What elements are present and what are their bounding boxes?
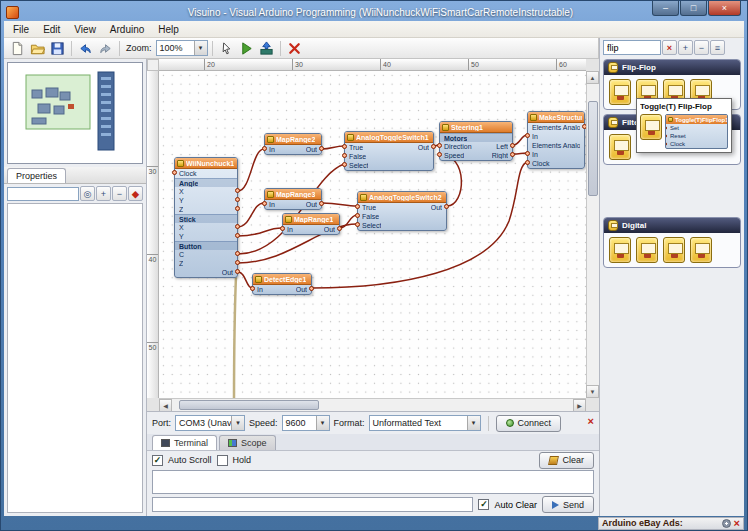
auto-clear-checkbox[interactable]: ✓ — [478, 499, 489, 510]
new-project-button[interactable] — [8, 39, 27, 57]
connect-button[interactable]: Connect — [496, 415, 562, 432]
filter-properties-button[interactable]: ◎ — [80, 186, 95, 201]
output-pin[interactable] — [235, 224, 240, 229]
component-makestructure1[interactable]: MakeStructure1Elements Analog1InElements… — [527, 111, 585, 169]
terminal-output[interactable] — [152, 470, 594, 494]
design-canvas[interactable]: WiiNunchuck1ClockAngleXYZStickXYButtonCZ… — [159, 71, 586, 398]
category-header[interactable]: Digital — [604, 218, 740, 233]
open-project-button[interactable] — [28, 39, 47, 57]
output-pin[interactable] — [309, 286, 314, 291]
hold-checkbox[interactable] — [217, 455, 228, 466]
wire[interactable] — [238, 203, 264, 227]
input-pin[interactable] — [437, 143, 442, 148]
component-header[interactable]: MapRange1 — [283, 214, 339, 225]
redo-button[interactable] — [96, 39, 115, 57]
output-pin[interactable] — [582, 124, 586, 129]
input-pin[interactable] — [355, 213, 360, 218]
ads-settings-icon[interactable] — [722, 519, 731, 528]
component-analogtoggleswitch2[interactable]: AnalogToggleSwitch2TrueOutFalseSelect — [357, 191, 447, 231]
component-header[interactable]: DetectEdge1 — [253, 274, 311, 285]
menu-edit[interactable]: Edit — [36, 23, 67, 36]
component-wiinunchuck1[interactable]: WiiNunchuck1ClockAngleXYZStickXYButtonCZ… — [174, 157, 238, 278]
component-header[interactable]: AnalogToggleSwitch2 — [358, 192, 446, 203]
upload-to-arduino-button[interactable] — [257, 39, 276, 57]
wire[interactable] — [238, 228, 282, 236]
menu-file[interactable]: File — [6, 23, 36, 36]
speed-combobox[interactable]: 9600 ▾ — [282, 415, 330, 431]
input-pin[interactable] — [262, 201, 267, 206]
speed-dropdown-arrow[interactable]: ▾ — [316, 416, 329, 430]
ads-close-icon[interactable]: × — [734, 518, 740, 529]
output-pin[interactable] — [319, 201, 324, 206]
toolbox-search-input[interactable] — [603, 40, 661, 55]
format-combobox[interactable]: Unformatted Text ▾ — [369, 415, 481, 431]
component-header[interactable]: MapRange2 — [265, 134, 321, 145]
properties-grid[interactable] — [7, 203, 143, 513]
flipflop-icon[interactable] — [609, 79, 631, 105]
component-analogtoggleswitch1[interactable]: AnalogToggleSwitch1TrueOutFalseSelect — [344, 131, 434, 171]
port-combobox[interactable]: COM3 (Unav ▾ — [175, 415, 245, 431]
expand-all-categories-button[interactable]: + — [678, 40, 693, 55]
output-pin[interactable] — [235, 260, 240, 265]
delete-component-button[interactable] — [285, 39, 304, 57]
output-pin[interactable] — [235, 251, 240, 256]
menu-help[interactable]: Help — [151, 23, 186, 36]
close-button[interactable]: × — [708, 1, 741, 16]
input-pin[interactable] — [250, 286, 255, 291]
component-steering1[interactable]: Steering1MotorsDirectionLeftSpeedRight — [439, 121, 513, 161]
save-project-button[interactable] — [48, 39, 67, 57]
expand-properties-button[interactable]: + — [96, 186, 111, 201]
input-pin[interactable] — [525, 133, 530, 138]
canvas-vertical-scrollbar[interactable]: ▲ ▼ — [586, 71, 599, 398]
menu-arduino[interactable]: Arduino — [103, 23, 151, 36]
output-pin[interactable] — [235, 197, 240, 202]
port-dropdown-arrow[interactable]: ▾ — [231, 416, 244, 430]
undo-button[interactable] — [76, 39, 95, 57]
clear-button[interactable]: Clear — [539, 452, 594, 469]
scroll-up-arrow[interactable]: ▲ — [586, 71, 599, 84]
input-pin[interactable] — [355, 222, 360, 227]
zoom-dropdown-arrow[interactable]: ▾ — [194, 41, 207, 55]
send-button[interactable]: Send — [542, 496, 594, 513]
diagram-minimap[interactable] — [7, 62, 143, 164]
input-pin[interactable] — [525, 151, 530, 156]
input-pin[interactable] — [342, 144, 347, 149]
format-dropdown-arrow[interactable]: ▾ — [467, 416, 480, 430]
output-pin[interactable] — [337, 226, 342, 231]
output-pin[interactable] — [510, 143, 515, 148]
output-pin[interactable] — [431, 144, 436, 149]
output-pin[interactable] — [510, 152, 515, 157]
output-pin[interactable] — [319, 146, 324, 151]
input-pin[interactable] — [525, 160, 530, 165]
select-tool-button[interactable] — [217, 39, 236, 57]
collapse-properties-button[interactable]: − — [112, 186, 127, 201]
component-header[interactable]: WiiNunchuck1 — [175, 158, 237, 169]
input-pin[interactable] — [280, 226, 285, 231]
tab-scope[interactable]: Scope — [219, 435, 276, 450]
flipflop-icon[interactable] — [609, 237, 631, 263]
clear-search-button[interactable]: × — [662, 40, 677, 55]
canvas-horizontal-scrollbar[interactable]: ◀ ▶ — [159, 398, 586, 411]
component-maprange3[interactable]: MapRange3InOut — [264, 188, 322, 210]
flipflop-icon[interactable] — [609, 134, 631, 160]
properties-filter-input[interactable] — [7, 187, 79, 201]
wire[interactable] — [234, 276, 236, 398]
tab-terminal[interactable]: Terminal — [152, 435, 217, 450]
send-input[interactable] — [152, 497, 473, 512]
output-pin[interactable] — [235, 269, 240, 274]
pin-properties-button[interactable]: ◆ — [128, 186, 143, 201]
auto-scroll-checkbox[interactable]: ✓ — [152, 455, 163, 466]
input-pin[interactable] — [262, 146, 267, 151]
output-pin[interactable] — [235, 233, 240, 238]
component-header[interactable]: MakeStructure1 — [528, 112, 584, 123]
component-maprange2[interactable]: MapRange2InOut — [264, 133, 322, 155]
zoom-combobox[interactable]: 100%▾ — [156, 40, 208, 56]
horizontal-scroll-thumb[interactable] — [179, 400, 319, 410]
component-maprange1[interactable]: MapRange1InOut — [282, 213, 340, 235]
build-project-button[interactable] — [237, 39, 256, 57]
component-detectedge1[interactable]: DetectEdge1InOut — [252, 273, 312, 295]
component-header[interactable]: MapRange3 — [265, 189, 321, 200]
wire[interactable] — [322, 203, 357, 206]
vertical-scroll-thumb[interactable] — [588, 101, 598, 196]
input-pin[interactable] — [355, 204, 360, 209]
